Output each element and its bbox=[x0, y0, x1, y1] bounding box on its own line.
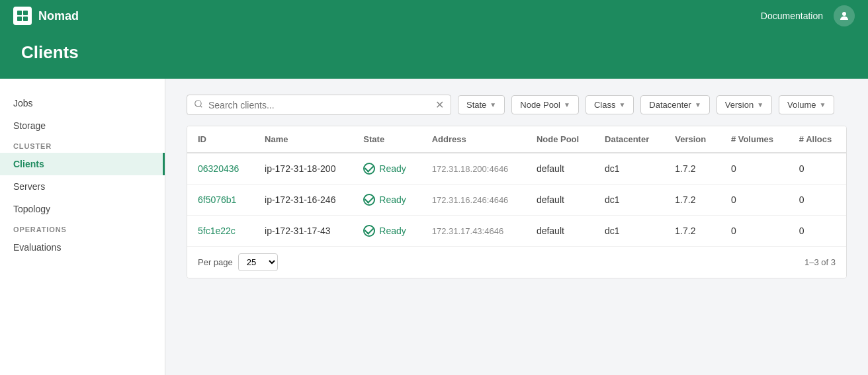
cell-volumes: 0 bbox=[720, 216, 789, 247]
filters-row: ✕ State ▼ Node Pool ▼ Class ▼ Datacenter… bbox=[187, 95, 847, 115]
cell-allocs: 0 bbox=[789, 216, 846, 247]
svg-rect-0 bbox=[17, 11, 22, 15]
cell-address: 172.31.18.200:4646 bbox=[421, 153, 526, 185]
sidebar-item-storage[interactable]: Storage bbox=[0, 114, 165, 137]
search-box: ✕ bbox=[187, 95, 451, 115]
cell-name: ip-172-31-18-200 bbox=[254, 153, 353, 185]
table-row: 6f5076b1 ip-172-31-16-246 Ready 172.31.1… bbox=[187, 185, 846, 216]
pagination-row: Per page 25 50 100 1–3 of 3 bbox=[187, 246, 846, 278]
col-header-node-pool: Node Pool bbox=[526, 126, 594, 153]
col-header-allocs: # Allocs bbox=[789, 126, 846, 153]
operations-section-label: OPERATIONS bbox=[0, 220, 165, 236]
sidebar-item-jobs[interactable]: Jobs bbox=[0, 92, 165, 114]
user-menu-button[interactable] bbox=[834, 5, 855, 26]
client-id-link[interactable]: 06320436 bbox=[198, 163, 239, 174]
cell-name: ip-172-31-17-43 bbox=[254, 216, 353, 247]
sidebar-item-evaluations[interactable]: Evaluations bbox=[0, 236, 165, 259]
sidebar: Jobs Storage CLUSTER Clients Servers Top… bbox=[0, 79, 165, 375]
ready-status-icon bbox=[363, 225, 375, 237]
page-header: Clients bbox=[0, 32, 868, 79]
clients-table: ID Name State Address Node Pool Datacent… bbox=[187, 126, 846, 246]
cell-address: 172.31.16.246:4646 bbox=[421, 185, 526, 216]
per-page-select[interactable]: 25 50 100 bbox=[238, 253, 278, 271]
node-pool-filter-caret: ▼ bbox=[564, 101, 570, 108]
state-filter-caret: ▼ bbox=[490, 101, 496, 108]
svg-point-4 bbox=[842, 12, 846, 16]
svg-line-6 bbox=[200, 106, 202, 108]
svg-rect-1 bbox=[23, 11, 28, 15]
layout: Jobs Storage CLUSTER Clients Servers Top… bbox=[0, 79, 868, 375]
volume-filter-button[interactable]: Volume ▼ bbox=[779, 95, 834, 114]
cell-state: Ready bbox=[353, 153, 421, 185]
cell-volumes: 0 bbox=[720, 153, 789, 185]
svg-rect-3 bbox=[23, 17, 28, 21]
class-filter-caret: ▼ bbox=[619, 101, 625, 108]
cell-node-pool: default bbox=[526, 216, 594, 247]
cell-allocs: 0 bbox=[789, 185, 846, 216]
ready-status-icon bbox=[363, 194, 375, 206]
svg-point-5 bbox=[195, 101, 201, 106]
cell-name: ip-172-31-16-246 bbox=[254, 185, 353, 216]
col-header-address: Address bbox=[421, 126, 526, 153]
cell-volumes: 0 bbox=[720, 185, 789, 216]
cell-datacenter: dc1 bbox=[594, 153, 664, 185]
brand-link[interactable]: Nomad bbox=[13, 7, 79, 25]
col-header-version: Version bbox=[664, 126, 720, 153]
cell-id: 06320436 bbox=[187, 153, 254, 185]
client-id-link[interactable]: 6f5076b1 bbox=[198, 194, 236, 205]
class-filter-button[interactable]: Class ▼ bbox=[586, 95, 634, 114]
cell-state: Ready bbox=[353, 216, 421, 247]
cell-datacenter: dc1 bbox=[594, 185, 664, 216]
status-text: Ready bbox=[379, 163, 406, 174]
volume-filter-caret: ▼ bbox=[819, 101, 826, 108]
sidebar-item-clients[interactable]: Clients bbox=[0, 153, 165, 175]
main-content: ✕ State ▼ Node Pool ▼ Class ▼ Datacenter… bbox=[165, 79, 868, 375]
col-header-datacenter: Datacenter bbox=[594, 126, 664, 153]
version-filter-button[interactable]: Version ▼ bbox=[716, 95, 772, 114]
cell-allocs: 0 bbox=[789, 153, 846, 185]
sidebar-item-topology[interactable]: Topology bbox=[0, 198, 165, 220]
col-header-name: Name bbox=[254, 126, 353, 153]
search-input[interactable] bbox=[208, 100, 430, 110]
cell-id: 6f5076b1 bbox=[187, 185, 254, 216]
per-page-control: Per page 25 50 100 bbox=[198, 253, 278, 271]
cell-version: 1.7.2 bbox=[664, 216, 720, 247]
cell-node-pool: default bbox=[526, 185, 594, 216]
node-pool-filter-button[interactable]: Node Pool ▼ bbox=[511, 95, 579, 114]
per-page-label: Per page bbox=[198, 257, 233, 267]
datacenter-filter-caret: ▼ bbox=[695, 101, 701, 108]
cell-version: 1.7.2 bbox=[664, 153, 720, 185]
version-filter-caret: ▼ bbox=[757, 101, 763, 108]
brand-logo bbox=[13, 7, 32, 25]
cell-id: 5fc1e22c bbox=[187, 216, 254, 247]
ready-status-icon bbox=[363, 163, 375, 175]
search-icon bbox=[194, 99, 203, 110]
sidebar-item-servers[interactable]: Servers bbox=[0, 175, 165, 198]
page-title: Clients bbox=[21, 42, 847, 63]
svg-rect-2 bbox=[17, 17, 22, 21]
status-text: Ready bbox=[379, 194, 406, 205]
topnav-right: Documentation bbox=[761, 5, 855, 26]
search-clear-button[interactable]: ✕ bbox=[435, 100, 444, 110]
brand-name: Nomad bbox=[38, 9, 79, 23]
status-text: Ready bbox=[379, 226, 406, 236]
table-row: 06320436 ip-172-31-18-200 Ready 172.31.1… bbox=[187, 153, 846, 185]
cell-datacenter: dc1 bbox=[594, 216, 664, 247]
datacenter-filter-button[interactable]: Datacenter ▼ bbox=[640, 95, 710, 114]
cell-address: 172.31.17.43:4646 bbox=[421, 216, 526, 247]
table-header-row: ID Name State Address Node Pool Datacent… bbox=[187, 126, 846, 153]
col-header-id: ID bbox=[187, 126, 254, 153]
cluster-section-label: CLUSTER bbox=[0, 137, 165, 153]
cell-version: 1.7.2 bbox=[664, 185, 720, 216]
docs-link[interactable]: Documentation bbox=[761, 11, 823, 21]
cell-node-pool: default bbox=[526, 153, 594, 185]
pagination-info: 1–3 of 3 bbox=[804, 257, 836, 267]
topnav: Nomad Documentation bbox=[0, 0, 868, 32]
cell-state: Ready bbox=[353, 185, 421, 216]
client-id-link[interactable]: 5fc1e22c bbox=[198, 226, 236, 236]
col-header-volumes: # Volumes bbox=[720, 126, 789, 153]
state-filter-button[interactable]: State ▼ bbox=[458, 95, 505, 114]
table-row: 5fc1e22c ip-172-31-17-43 Ready 172.31.17… bbox=[187, 216, 846, 247]
clients-table-container: ID Name State Address Node Pool Datacent… bbox=[187, 126, 847, 278]
col-header-state: State bbox=[353, 126, 421, 153]
